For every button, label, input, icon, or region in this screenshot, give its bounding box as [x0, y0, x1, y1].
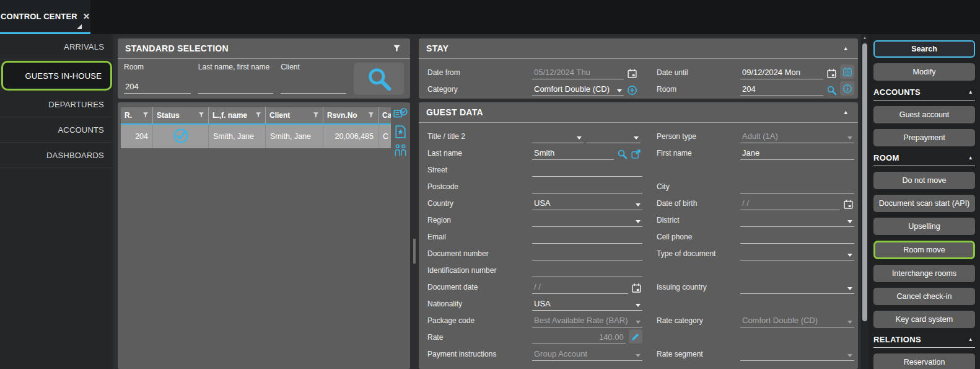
chevron-down-icon[interactable] — [847, 136, 852, 140]
sidebar-item-arrivals[interactable]: ARRIVALS — [0, 34, 113, 60]
person-type-input[interactable]: Adult (1A) — [740, 130, 854, 143]
postcode-input[interactable] — [532, 180, 642, 193]
street-input[interactable] — [532, 163, 642, 177]
type-of-document-input[interactable] — [740, 247, 854, 260]
chevron-down-icon[interactable] — [847, 220, 852, 223]
filter-icon[interactable] — [364, 111, 374, 120]
collapse-up-icon[interactable]: ▲ — [841, 44, 851, 53]
search-button[interactable]: Search — [873, 40, 975, 58]
district-input[interactable] — [740, 213, 854, 227]
edit-icon[interactable] — [629, 329, 642, 344]
section-header-relations[interactable]: RELATIONS▲ — [873, 334, 975, 345]
calendar-icon[interactable] — [631, 283, 642, 293]
cancel-check-in-button[interactable]: Cancel check-in — [873, 288, 975, 305]
chevron-down-icon[interactable] — [847, 354, 852, 357]
room-move-button[interactable]: Room move — [873, 241, 975, 259]
chevron-down-icon[interactable] — [636, 220, 641, 223]
package-code-input[interactable]: Best Available Rate (BAR) — [532, 314, 642, 327]
section-header-room[interactable]: ROOM▲ — [873, 152, 975, 163]
info-circle-icon[interactable] — [840, 81, 854, 96]
section-header-accounts[interactable]: ACCOUNTS▲ — [873, 86, 975, 97]
prepayment-button[interactable]: Prepayment — [873, 129, 975, 146]
collapse-up-icon[interactable]: ▲ — [966, 88, 975, 96]
column-header-rsvn-no[interactable]: Rsvn.No — [323, 107, 378, 123]
collapse-up-icon[interactable]: ▲ — [966, 154, 975, 162]
collapse-up-icon[interactable]: ▲ — [966, 336, 975, 344]
search-icon[interactable] — [826, 85, 837, 96]
room-input[interactable]: 204 — [124, 79, 191, 94]
chevron-down-icon[interactable] — [847, 287, 852, 290]
external-link-icon[interactable] — [631, 149, 641, 159]
filter-icon[interactable] — [139, 111, 149, 120]
document-scan-start-api-button[interactable]: Document scan start (API) — [873, 195, 975, 212]
filter-icon[interactable] — [309, 111, 319, 120]
column-header-l-f-name[interactable]: L.,f. name — [209, 107, 266, 123]
guests-icon[interactable] — [393, 143, 408, 158]
starred-document-icon[interactable] — [393, 125, 408, 139]
nationality-input[interactable]: USA — [532, 297, 642, 311]
region-input[interactable] — [532, 213, 642, 227]
tab-control-center[interactable]: CONTROL CENTER ✕ — [0, 0, 90, 32]
column-header-client[interactable]: Client — [266, 107, 323, 123]
filter-icon[interactable] — [252, 111, 261, 120]
date-until-input[interactable]: 09/12/2024 Mon — [740, 66, 823, 79]
rate-segment-input[interactable] — [740, 347, 854, 361]
interchange-rooms-button[interactable]: Interchange rooms — [873, 265, 975, 282]
sidebar-item-accounts[interactable]: ACCOUNTS — [0, 117, 113, 143]
country-input[interactable]: USA — [532, 197, 642, 210]
document-date-input[interactable]: / / — [532, 280, 628, 294]
last-name-input[interactable]: Smith — [532, 146, 614, 160]
identification-number-input[interactable] — [532, 264, 642, 277]
table-row[interactable]: 204Smith, JaneSmith, Jane20,006,485C — [121, 125, 391, 148]
date-from-input[interactable]: 05/12/2024 Thu — [532, 66, 624, 79]
chevron-down-icon[interactable] — [636, 354, 641, 357]
calendar-icon[interactable] — [843, 199, 854, 210]
key-card-system-button[interactable]: Key card system — [873, 311, 975, 328]
chevron-down-icon[interactable] — [636, 321, 641, 324]
sidebar-item-dashboards[interactable]: DASHBOARDS — [0, 143, 113, 168]
date-of-birth-input[interactable]: / / — [740, 197, 840, 210]
document-number-input[interactable] — [532, 247, 642, 260]
calendar-clock-icon[interactable] — [840, 64, 854, 79]
calendar-icon[interactable] — [826, 68, 837, 79]
collapse-up-icon[interactable]: ▲ — [841, 108, 851, 117]
cell-phone-input[interactable] — [740, 230, 854, 244]
title-title-2-select-1[interactable] — [532, 130, 584, 143]
reservation-button[interactable]: Reservation — [873, 353, 975, 369]
filter-icon[interactable] — [391, 43, 403, 55]
payment-instructions-input[interactable]: Group Account — [532, 347, 642, 361]
splitter-handle[interactable] — [413, 239, 416, 264]
title-title-2-select-2[interactable] — [587, 130, 641, 143]
rate-input[interactable]: 140.00 — [532, 331, 626, 344]
scrollbar-thumb[interactable] — [862, 43, 867, 321]
sidebar-item-guests-in-house[interactable]: GUESTS IN-HOUSE — [1, 61, 112, 91]
category-input[interactable]: Comfort Double (CD) — [532, 82, 624, 96]
filter-icon[interactable] — [195, 111, 204, 120]
do-not-move-button[interactable]: Do not move — [873, 172, 975, 189]
upselling-button[interactable]: Upselling — [873, 218, 975, 235]
scroll-up-icon[interactable]: ▲ — [861, 35, 868, 40]
guest-account-button[interactable]: Guest account — [873, 106, 975, 123]
client-input[interactable] — [281, 79, 346, 94]
column-header-ca[interactable]: Ca — [378, 107, 391, 123]
calendar-icon[interactable] — [627, 68, 637, 79]
email-input[interactable] — [532, 230, 642, 244]
last-name-first-name-input[interactable] — [198, 79, 273, 94]
plus-circle-icon[interactable] — [627, 85, 637, 96]
chevron-down-icon[interactable] — [634, 136, 639, 140]
chevron-down-icon[interactable] — [847, 321, 852, 324]
search-button[interactable] — [354, 63, 404, 95]
room-input[interactable]: 204 — [740, 82, 823, 96]
column-header-r[interactable]: R. — [121, 107, 153, 123]
sidebar-item-departures[interactable]: DEPARTURES — [0, 92, 113, 117]
chevron-down-icon[interactable] — [636, 203, 641, 207]
column-header-status[interactable]: Status — [153, 107, 209, 123]
close-icon[interactable]: ✕ — [83, 12, 90, 21]
registration-card-icon[interactable] — [393, 106, 408, 120]
city-input[interactable] — [740, 180, 854, 193]
rate-category-input[interactable]: Comfort Double (CD) — [740, 314, 854, 327]
modify-button[interactable]: Modify — [873, 63, 975, 81]
chevron-down-icon[interactable] — [636, 304, 641, 307]
chevron-down-icon[interactable] — [847, 254, 852, 257]
issuing-country-input[interactable] — [740, 280, 854, 294]
